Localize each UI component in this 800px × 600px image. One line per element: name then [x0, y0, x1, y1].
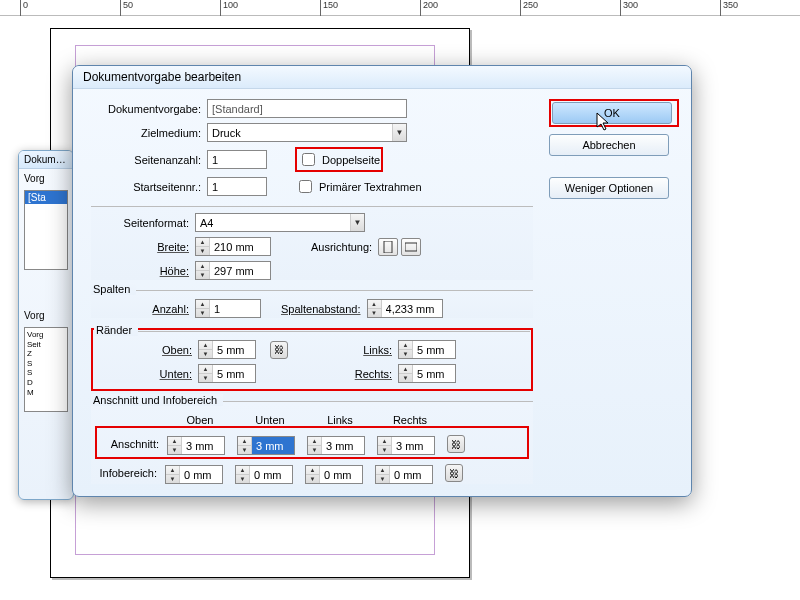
- facing-pages-input[interactable]: [302, 153, 315, 166]
- pages-input[interactable]: [207, 150, 267, 169]
- fewer-options-button[interactable]: Weniger Optionen: [549, 177, 669, 199]
- preset-preview: Vorg Seit Z S S D M: [24, 327, 68, 412]
- margin-right-spinner[interactable]: ▲▼: [398, 364, 456, 383]
- height-spinner[interactable]: ▲▼: [195, 261, 271, 280]
- spin-down-icon[interactable]: ▼: [196, 309, 209, 317]
- spin-down-icon[interactable]: ▼: [399, 374, 412, 382]
- margin-right-label: Rechts:: [338, 368, 398, 380]
- ruler-tick: 150: [320, 0, 338, 16]
- margin-left-input[interactable]: [413, 341, 455, 358]
- page-format-label: Seitenformat:: [95, 217, 195, 229]
- preset-item-selected[interactable]: [Sta: [25, 191, 67, 204]
- bleed-row-highlight: Anschnitt: ▲▼ ▲▼ ▲▼ ▲▼ ⛓: [95, 426, 529, 459]
- margin-top-input[interactable]: [213, 341, 255, 358]
- chevron-down-icon: ▼: [350, 214, 364, 231]
- slug-top-input[interactable]: [180, 466, 222, 483]
- spin-up-icon[interactable]: ▲: [399, 365, 412, 374]
- bleed-bottom-spinner[interactable]: ▲▼: [237, 436, 295, 455]
- margin-left-spinner[interactable]: ▲▼: [398, 340, 456, 359]
- spin-up-icon[interactable]: ▲: [199, 341, 212, 350]
- margin-top-spinner[interactable]: ▲▼: [198, 340, 256, 359]
- spin-down-icon[interactable]: ▼: [399, 350, 412, 358]
- intent-label: Zielmedium:: [87, 127, 207, 139]
- slug-left-spinner[interactable]: ▲▼: [305, 465, 363, 484]
- spin-down-icon[interactable]: ▼: [196, 271, 209, 279]
- presets-listbox[interactable]: [Sta: [24, 190, 68, 270]
- width-spinner[interactable]: ▲▼: [195, 237, 271, 256]
- gutter-input[interactable]: [382, 300, 442, 317]
- preset-name-input[interactable]: [207, 99, 407, 118]
- ok-button[interactable]: OK: [552, 102, 672, 124]
- link-slug-icon[interactable]: ⛓: [445, 464, 463, 482]
- bleed-left-input[interactable]: [322, 437, 364, 454]
- orientation-portrait-button[interactable]: [378, 238, 398, 256]
- bleed-right-spinner[interactable]: ▲▼: [377, 436, 435, 455]
- slug-top-spinner[interactable]: ▲▼: [165, 465, 223, 484]
- presets-dialog-behind: Dokum… Vorg [Sta Vorg Vorg Seit Z S S D …: [18, 150, 74, 500]
- page-format-combo[interactable]: A4 ▼: [195, 213, 365, 232]
- chevron-down-icon: ▼: [392, 124, 406, 141]
- gutter-spinner[interactable]: ▲▼: [367, 299, 443, 318]
- startpage-input[interactable]: [207, 177, 267, 196]
- svg-rect-0: [384, 241, 392, 253]
- startpage-label: Startseitennr.:: [87, 181, 207, 193]
- margin-right-input[interactable]: [413, 365, 455, 382]
- ruler-horizontal: 0 50 100 150 200 250 300 350: [0, 0, 800, 16]
- primary-textframe-input[interactable]: [299, 180, 312, 193]
- edit-document-preset-dialog: Dokumentvorgabe bearbeiten Dokumentvorga…: [72, 65, 692, 497]
- spin-up-icon[interactable]: ▲: [196, 262, 209, 271]
- margin-bottom-input[interactable]: [213, 365, 255, 382]
- page-format-group: Seitenformat: A4 ▼ Breite: ▲▼ Ausrichtun…: [91, 206, 533, 280]
- margin-left-label: Links:: [338, 344, 398, 356]
- margins-highlight: Ränder Oben: ▲▼ ⛓ Links: ▲▼: [91, 328, 533, 391]
- margin-top-label: Oben:: [98, 344, 198, 356]
- height-input[interactable]: [210, 262, 270, 279]
- cancel-button[interactable]: Abbrechen: [549, 134, 669, 156]
- bleed-slug-group: Anschnitt und Infobereich Oben Unten Lin…: [91, 401, 533, 484]
- slug-bottom-spinner[interactable]: ▲▼: [235, 465, 293, 484]
- link-margins-icon[interactable]: ⛓: [270, 341, 288, 359]
- svg-rect-1: [405, 243, 417, 251]
- slug-right-input[interactable]: [390, 466, 432, 483]
- intent-combo[interactable]: Druck ▼: [207, 123, 407, 142]
- margin-bottom-spinner[interactable]: ▲▼: [198, 364, 256, 383]
- preview-label: Vorg: [24, 310, 68, 321]
- facing-pages-label: Doppelseite: [322, 154, 380, 166]
- ruler-tick: 100: [220, 0, 238, 16]
- spin-down-icon[interactable]: ▼: [199, 374, 212, 382]
- columns-count-spinner[interactable]: ▲▼: [195, 299, 261, 318]
- width-input[interactable]: [210, 238, 270, 255]
- spin-up-icon[interactable]: ▲: [399, 341, 412, 350]
- orientation-label: Ausrichtung:: [311, 241, 372, 253]
- bleed-left-spinner[interactable]: ▲▼: [307, 436, 365, 455]
- slug-right-spinner[interactable]: ▲▼: [375, 465, 433, 484]
- col-left: Links: [305, 414, 375, 426]
- spin-down-icon[interactable]: ▼: [196, 247, 209, 255]
- slug-bottom-input[interactable]: [250, 466, 292, 483]
- facing-pages-checkbox[interactable]: Doppelseite: [298, 150, 380, 169]
- spin-up-icon[interactable]: ▲: [199, 365, 212, 374]
- height-label: Höhe:: [95, 265, 195, 277]
- orientation-landscape-button[interactable]: [401, 238, 421, 256]
- spin-up-icon[interactable]: ▲: [368, 300, 381, 309]
- spin-down-icon[interactable]: ▼: [368, 309, 381, 317]
- columns-count-input[interactable]: [210, 300, 260, 317]
- pages-label: Seitenanzahl:: [87, 154, 207, 166]
- spin-up-icon[interactable]: ▲: [196, 300, 209, 309]
- bleed-right-input[interactable]: [392, 437, 434, 454]
- primary-textframe-checkbox[interactable]: Primärer Textrahmen: [295, 177, 422, 196]
- bleed-bottom-input[interactable]: [252, 437, 294, 454]
- bleed-slug-legend: Anschnitt und Infobereich: [91, 394, 223, 406]
- ruler-tick: 250: [520, 0, 538, 16]
- margin-bottom-label: Unten:: [98, 368, 198, 380]
- slug-label: Infobereich:: [95, 467, 165, 479]
- bleed-top-spinner[interactable]: ▲▼: [167, 436, 225, 455]
- facing-pages-highlight: Doppelseite: [295, 147, 383, 172]
- col-right: Rechts: [375, 414, 445, 426]
- link-bleed-icon[interactable]: ⛓: [447, 435, 465, 453]
- ruler-tick: 350: [720, 0, 738, 16]
- spin-down-icon[interactable]: ▼: [199, 350, 212, 358]
- bleed-top-input[interactable]: [182, 437, 224, 454]
- spin-up-icon[interactable]: ▲: [196, 238, 209, 247]
- slug-left-input[interactable]: [320, 466, 362, 483]
